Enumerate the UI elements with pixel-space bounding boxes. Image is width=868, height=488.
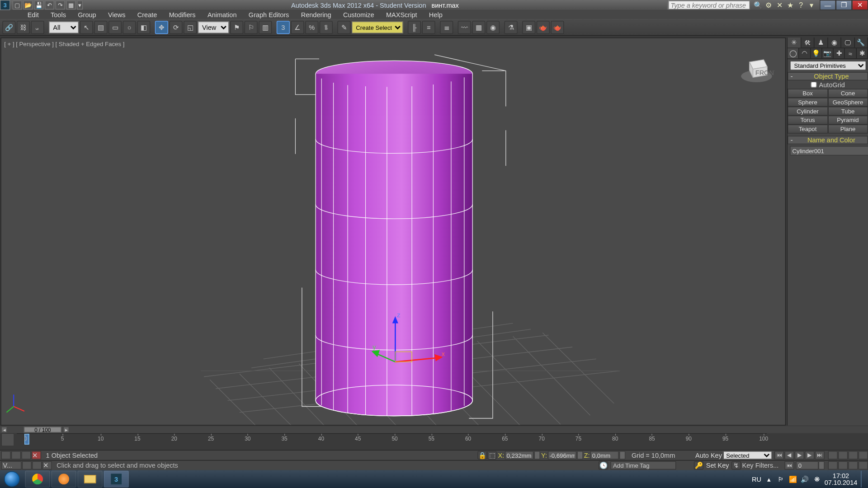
taskbar-mediaplayer-icon[interactable] <box>51 471 76 488</box>
menu-views[interactable]: Views <box>102 10 132 19</box>
tray-clock[interactable]: 17:0207.10.2014 <box>825 472 858 486</box>
menu-animation[interactable]: Animation <box>202 10 243 19</box>
utilities-tab-icon[interactable]: 🔧 <box>854 38 868 47</box>
align-icon[interactable]: ≡ <box>422 21 435 34</box>
modify-tab-icon[interactable]: 🛠 <box>801 38 815 47</box>
pyramid-button[interactable]: Pyramid <box>828 116 868 125</box>
script-listener-icon[interactable] <box>1 451 11 459</box>
menu-create[interactable]: Create <box>132 10 163 19</box>
schematic-icon[interactable]: ▦ <box>472 21 485 34</box>
fov-icon[interactable] <box>859 451 868 459</box>
percent-snap-icon[interactable]: % <box>305 21 318 34</box>
close-button[interactable]: ✕ <box>852 0 868 10</box>
cameras-icon[interactable]: 📷 <box>822 48 833 58</box>
spinner-snap-icon[interactable]: ⥮ <box>320 21 333 34</box>
ref-coord-dropdown[interactable]: View <box>198 21 229 33</box>
script-tab-3[interactable] <box>32 461 42 469</box>
object-type-header[interactable]: -Object Type <box>788 72 868 80</box>
plane-button[interactable]: Plane <box>828 125 868 134</box>
menu-tools[interactable]: Tools <box>45 10 72 19</box>
tray-flag-icon[interactable]: 🏳 <box>777 475 785 483</box>
zoom-icon[interactable] <box>828 451 838 459</box>
qat-dropdown-icon[interactable]: ▾ <box>77 0 83 9</box>
autogrid-checkbox[interactable]: AutoGrid <box>788 80 868 89</box>
goto-end-icon[interactable]: ⏭ <box>815 451 825 459</box>
walk-icon[interactable] <box>849 461 858 469</box>
redo-icon[interactable]: ↷ <box>56 0 65 9</box>
hierarchy-tab-icon[interactable]: ♟ <box>814 38 828 47</box>
box-button[interactable]: Box <box>788 89 828 98</box>
subscription-icon[interactable]: ⚙ <box>764 0 774 9</box>
menu-help[interactable]: Help <box>423 10 448 19</box>
autokey-button[interactable]: Auto Key <box>695 452 722 459</box>
move-icon[interactable]: ✥ <box>155 21 168 34</box>
exchange-icon[interactable]: ✕ <box>775 0 784 9</box>
show-desktop-button[interactable] <box>861 471 866 488</box>
favorite-icon[interactable]: ★ <box>786 0 795 9</box>
taskbar-explorer-icon[interactable] <box>77 471 102 488</box>
render-frame-icon[interactable]: ▣ <box>522 21 535 34</box>
help-icon[interactable]: ? <box>797 0 806 9</box>
dropdown-icon[interactable]: ▾ <box>807 0 816 9</box>
script-tab[interactable]: V... <box>1 461 22 469</box>
motion-tab-icon[interactable]: ◉ <box>828 38 841 47</box>
time-slider[interactable]: ◂ 0 / 100 ▸ <box>0 426 868 433</box>
slider-prev-icon[interactable]: ◂ <box>1 427 7 432</box>
bind-icon[interactable]: ⩊ <box>31 21 44 34</box>
sphere-button[interactable]: Sphere <box>788 98 828 107</box>
viewport-label[interactable]: [ + ] [ Perspective ] [ Shaded + Edged F… <box>4 41 124 47</box>
geosphere-button[interactable]: GeoSphere <box>828 98 868 107</box>
zoom-all-icon[interactable] <box>838 451 848 459</box>
rect-region-icon[interactable]: ▭ <box>108 21 122 34</box>
shapes-icon[interactable]: ◠ <box>799 48 810 58</box>
isolate-icon[interactable] <box>11 451 21 459</box>
scale-icon[interactable]: ◱ <box>184 21 197 34</box>
systems-icon[interactable]: ✱ <box>857 48 868 58</box>
prev-key-icon[interactable]: ⏮ <box>784 461 794 469</box>
save-icon[interactable]: 💾 <box>34 0 43 9</box>
tube-button[interactable]: Tube <box>828 107 868 116</box>
add-time-tag[interactable]: Add Time Tag <box>611 461 676 469</box>
rotate-icon[interactable]: ⟳ <box>170 21 183 34</box>
viewcube[interactable]: FRONT <box>739 51 774 84</box>
y-input[interactable] <box>547 451 576 459</box>
minimize-button[interactable]: — <box>820 0 836 10</box>
taskbar-3dsmax-icon[interactable]: 3 <box>104 471 128 488</box>
helpers-icon[interactable]: ✚ <box>834 48 845 58</box>
object-name-input[interactable] <box>790 146 868 155</box>
pan-icon[interactable] <box>828 461 838 469</box>
new-icon[interactable]: ▢ <box>13 0 22 9</box>
category-dropdown[interactable]: Standard Primitives <box>790 61 866 70</box>
abs-mode-icon[interactable]: ⬚ <box>487 451 497 459</box>
goto-start-icon[interactable]: ⏮ <box>774 451 784 459</box>
undo-icon[interactable]: ↶ <box>45 0 54 9</box>
z-spinner[interactable] <box>620 451 626 459</box>
manip-icon[interactable]: ⚐ <box>245 21 258 34</box>
time-tag-icon[interactable]: 🕓 <box>599 461 608 469</box>
select-icon[interactable]: ↖ <box>80 21 93 34</box>
layers-icon[interactable]: ≣ <box>440 21 453 34</box>
setkey-button[interactable]: Set Key <box>706 462 729 469</box>
x-spinner[interactable] <box>534 451 540 459</box>
menu-customize[interactable]: Customize <box>337 10 380 19</box>
link-icon[interactable]: 🔗 <box>2 21 15 34</box>
cone-button[interactable]: Cone <box>828 89 868 98</box>
lock-icon[interactable] <box>21 451 31 459</box>
name-color-header[interactable]: -Name and Color <box>788 136 868 144</box>
tray-volume-icon[interactable]: 🔊 <box>801 475 809 483</box>
language-indicator[interactable]: RU <box>752 475 761 483</box>
render-setup-icon[interactable]: ⚗ <box>505 21 518 34</box>
keymode-icon[interactable]: ▥ <box>259 21 272 34</box>
script-close-icon[interactable]: ✕ <box>42 461 52 469</box>
y-spinner[interactable] <box>577 451 583 459</box>
menu-edit[interactable]: Edit <box>21 10 44 19</box>
menu-modifiers[interactable]: Modifiers <box>163 10 202 19</box>
key-mode-dropdown[interactable]: Selected <box>723 451 772 459</box>
circ-region-icon[interactable]: ○ <box>123 21 136 34</box>
key-filters-button[interactable]: Key Filters... <box>742 462 779 469</box>
prev-frame-icon[interactable]: ◀ <box>784 451 794 459</box>
lock-selection-icon[interactable]: 🔒 <box>478 451 487 459</box>
menu-group[interactable]: Group <box>72 10 102 19</box>
unlink-icon[interactable]: ⛓ <box>17 21 30 34</box>
help-search-input[interactable] <box>668 0 750 9</box>
